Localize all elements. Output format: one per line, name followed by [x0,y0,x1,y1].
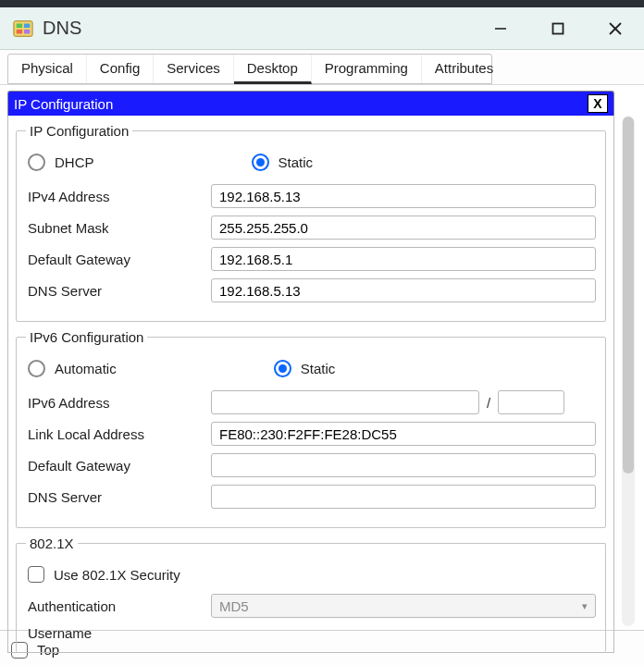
authentication-selected-value: MD5 [219,598,249,614]
ipv6-mode-automatic-radio[interactable]: Automatic [28,360,117,377]
ipv6-configuration-legend: IPv6 Configuration [26,329,147,345]
ip-configuration-group: IP Configuration DHCP Static IPv4 Addres… [16,123,606,322]
content-area: IP Configuration X IP Configuration DHCP… [0,85,644,630]
ip-mode-dhcp-radio[interactable]: DHCP [28,154,94,171]
title-bar: DNS [0,7,644,50]
svg-rect-2 [24,23,30,28]
radio-label: DHCP [55,154,94,170]
authentication-select[interactable]: MD5 ▾ [211,594,596,618]
scrollbar-thumb[interactable] [623,117,634,474]
radio-icon [252,154,269,171]
default-gateway-label: Default Gateway [26,252,211,267]
svg-rect-6 [553,23,564,33]
ipv6-dns-server-field[interactable] [211,485,596,509]
ipv6-address-label: IPv6 Address [26,395,211,411]
subnet-mask-label: Subnet Mask [26,220,211,236]
tab-desktop[interactable]: Desktop [234,55,312,84]
tab-bar: Physical Config Services Desktop Program… [0,50,644,85]
dns-server-field[interactable] [211,278,596,302]
ipv6-configuration-group: IPv6 Configuration Automatic Static IPv6… [16,329,606,528]
tab-programming[interactable]: Programming [312,55,422,83]
tab-services[interactable]: Services [154,55,234,83]
username-label: Username [26,625,211,641]
radio-label: Automatic [55,361,117,376]
link-local-address-label: Link Local Address [26,426,211,442]
tab-physical[interactable]: Physical [8,55,87,83]
window-top-border [0,0,644,7]
tab-config[interactable]: Config [87,55,154,83]
link-local-address-field[interactable] [211,422,596,446]
dns-server-label: DNS Server [26,283,211,299]
panel-close-button[interactable]: X [588,94,608,113]
ipv4-address-field[interactable] [211,184,596,208]
svg-rect-1 [17,23,22,28]
panel-body: IP Configuration DHCP Static IPv4 Addres… [7,116,614,653]
checkbox-icon [28,566,44,583]
svg-rect-4 [24,29,30,33]
radio-icon [28,154,45,171]
radio-icon [274,360,291,377]
use-8021x-checkbox[interactable]: Use 802.1X Security [28,566,596,583]
ip-configuration-legend: IP Configuration [26,123,132,139]
radio-label: Static [301,361,336,376]
radio-label: Static [279,154,314,170]
use-8021x-label: Use 802.1X Security [54,567,180,583]
app-icon [13,18,33,39]
dot1x-group: 802.1X Use 802.1X Security Authenticatio… [16,536,606,652]
chevron-down-icon: ▾ [582,600,588,612]
ipv6-mode-static-radio[interactable]: Static [274,360,336,377]
panel-title: IP Configuration [14,96,113,112]
maximize-button[interactable] [537,11,579,46]
subnet-mask-field[interactable] [211,216,596,240]
radio-icon [28,360,45,377]
ipv6-prefix-separator: / [487,395,490,411]
ipv6-default-gateway-field[interactable] [211,453,596,477]
close-button[interactable] [594,11,637,46]
ipv6-address-field[interactable] [211,390,479,414]
ipv6-default-gateway-label: Default Gateway [26,458,211,474]
authentication-label: Authentication [26,598,211,614]
default-gateway-field[interactable] [211,247,596,271]
ipv6-dns-server-label: DNS Server [26,489,211,505]
panel-header: IP Configuration X [7,91,614,116]
tab-attributes[interactable]: Attributes [422,55,506,83]
ip-mode-static-radio[interactable]: Static [252,154,314,171]
dot1x-legend: 802.1X [26,536,78,551]
ipv6-prefix-field[interactable] [498,390,564,414]
svg-rect-3 [17,29,22,33]
svg-rect-0 [14,20,32,36]
window-title: DNS [43,18,479,39]
window-buttons [479,11,637,46]
minimize-button[interactable] [479,11,522,46]
ipv4-address-label: IPv4 Address [26,189,211,204]
vertical-scrollbar[interactable] [622,117,635,626]
